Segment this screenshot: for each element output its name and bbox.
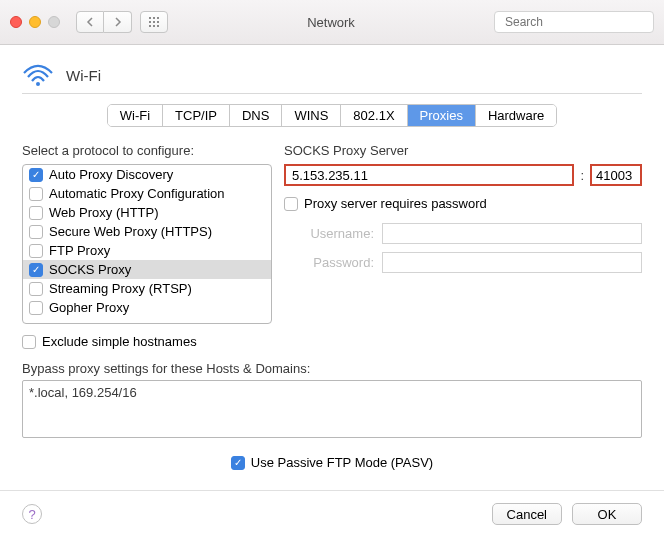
chevron-left-icon xyxy=(86,17,94,27)
window-title: Network xyxy=(176,15,486,30)
requires-password-label: Proxy server requires password xyxy=(304,196,487,211)
svg-point-2 xyxy=(36,82,40,86)
protocol-row[interactable]: SOCKS Proxy xyxy=(23,260,271,279)
nav-buttons xyxy=(76,11,132,33)
protocol-row[interactable]: Streaming Proxy (RTSP) xyxy=(23,279,271,298)
divider xyxy=(22,93,642,94)
protocol-label: Web Proxy (HTTP) xyxy=(49,205,159,220)
protocol-checkbox[interactable] xyxy=(29,187,43,201)
tab-bar: Wi-FiTCP/IPDNSWINS802.1XProxiesHardware xyxy=(107,104,558,127)
back-button[interactable] xyxy=(76,11,104,33)
protocol-row[interactable]: Web Proxy (HTTP) xyxy=(23,203,271,222)
protocol-checkbox[interactable] xyxy=(29,206,43,220)
grid-icon xyxy=(148,16,160,28)
protocol-label: Automatic Proxy Configuration xyxy=(49,186,225,201)
wifi-icon xyxy=(22,63,54,87)
show-all-button[interactable] xyxy=(140,11,168,33)
tab-hardware[interactable]: Hardware xyxy=(476,105,556,126)
search-input[interactable] xyxy=(505,15,655,29)
zoom-window-button[interactable] xyxy=(48,16,60,28)
exclude-hostnames-label: Exclude simple hostnames xyxy=(42,334,197,349)
bypass-label: Bypass proxy settings for these Hosts & … xyxy=(22,361,642,376)
minimize-window-button[interactable] xyxy=(29,16,41,28)
requires-password-checkbox[interactable] xyxy=(284,197,298,211)
ok-button[interactable]: OK xyxy=(572,503,642,525)
protocol-label: Streaming Proxy (RTSP) xyxy=(49,281,192,296)
bypass-textarea[interactable] xyxy=(22,380,642,438)
protocol-checkbox[interactable] xyxy=(29,263,43,277)
tab-8021x[interactable]: 802.1X xyxy=(341,105,407,126)
protocol-label: Select a protocol to configure: xyxy=(22,143,272,158)
help-button[interactable]: ? xyxy=(22,504,42,524)
chevron-right-icon xyxy=(114,17,122,27)
exclude-hostnames-checkbox[interactable] xyxy=(22,335,36,349)
protocol-checkbox[interactable] xyxy=(29,301,43,315)
tab-dns[interactable]: DNS xyxy=(230,105,282,126)
username-label: Username: xyxy=(284,226,374,241)
close-window-button[interactable] xyxy=(10,16,22,28)
proxy-port-input[interactable] xyxy=(590,164,642,186)
protocol-row[interactable]: Auto Proxy Discovery xyxy=(23,165,271,184)
protocol-label: SOCKS Proxy xyxy=(49,262,131,277)
window-controls xyxy=(10,16,60,28)
passive-ftp-label: Use Passive FTP Mode (PASV) xyxy=(251,455,433,470)
protocol-checkbox[interactable] xyxy=(29,282,43,296)
protocol-row[interactable]: FTP Proxy xyxy=(23,241,271,260)
cancel-button[interactable]: Cancel xyxy=(492,503,562,525)
pane-header: Wi-Fi xyxy=(22,63,642,87)
tab-wins[interactable]: WINS xyxy=(282,105,341,126)
toolbar: Network xyxy=(0,0,664,45)
tab-tcpip[interactable]: TCP/IP xyxy=(163,105,230,126)
protocol-row[interactable]: Gopher Proxy xyxy=(23,298,271,317)
protocol-label: Auto Proxy Discovery xyxy=(49,167,173,182)
protocol-checkbox[interactable] xyxy=(29,168,43,182)
proxy-host-input[interactable] xyxy=(284,164,574,186)
passive-ftp-checkbox[interactable] xyxy=(231,456,245,470)
protocol-row[interactable]: Secure Web Proxy (HTTPS) xyxy=(23,222,271,241)
footer: ? Cancel OK xyxy=(0,490,664,537)
forward-button[interactable] xyxy=(104,11,132,33)
protocol-row[interactable]: Automatic Proxy Configuration xyxy=(23,184,271,203)
protocol-label: Gopher Proxy xyxy=(49,300,129,315)
tab-wifi[interactable]: Wi-Fi xyxy=(108,105,163,126)
password-input[interactable] xyxy=(382,252,642,273)
protocol-checkbox[interactable] xyxy=(29,225,43,239)
search-field[interactable] xyxy=(494,11,654,33)
pane-title: Wi-Fi xyxy=(66,67,101,84)
protocol-label: Secure Web Proxy (HTTPS) xyxy=(49,224,212,239)
host-port-separator: : xyxy=(580,168,584,183)
protocol-list[interactable]: Auto Proxy DiscoveryAutomatic Proxy Conf… xyxy=(22,164,272,324)
proxy-server-label: SOCKS Proxy Server xyxy=(284,143,642,158)
username-input[interactable] xyxy=(382,223,642,244)
protocol-label: FTP Proxy xyxy=(49,243,110,258)
password-label: Password: xyxy=(284,255,374,270)
protocol-checkbox[interactable] xyxy=(29,244,43,258)
tab-proxies[interactable]: Proxies xyxy=(408,105,476,126)
